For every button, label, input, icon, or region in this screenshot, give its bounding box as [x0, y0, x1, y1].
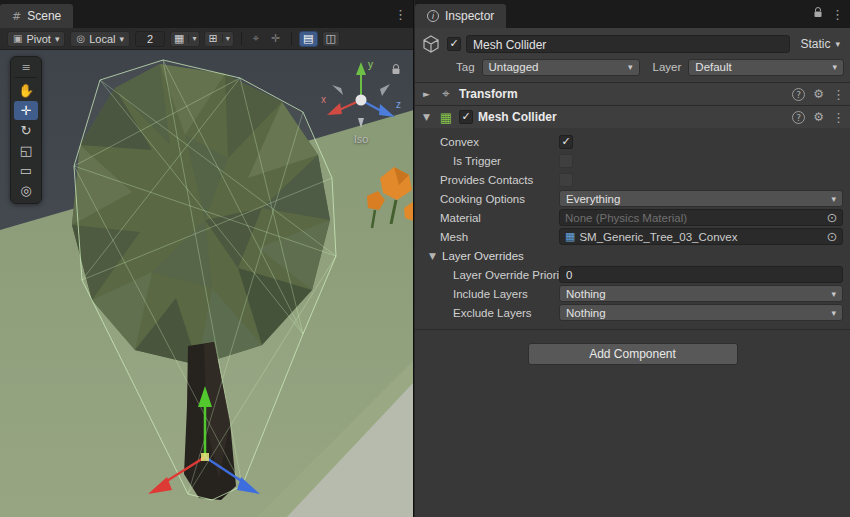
layer-overrides-text: Layer Overrides	[442, 250, 524, 262]
overlay-menu-button[interactable]: ≡	[14, 60, 38, 74]
exclude-layers-control: Nothing▾	[559, 304, 844, 321]
material-object-field[interactable]: None (Physics Material)⊙	[559, 209, 843, 226]
component-menu-icon[interactable]: ⋮	[832, 87, 845, 102]
view-tool-button[interactable]: ✋	[14, 81, 38, 100]
handle-orientation-button[interactable]: ◎ Local ▾	[70, 31, 130, 47]
orientation-overlay-button[interactable]: ▤	[299, 31, 317, 47]
tool-strip: ≡✋✛↻◱▭◎	[10, 56, 42, 204]
tab-scene[interactable]: # Scene	[0, 4, 73, 28]
projection-mode-label[interactable]: Iso	[317, 133, 405, 145]
mesh-icon: ▦	[565, 230, 575, 243]
property-row-is-trigger: Is Trigger	[415, 151, 850, 170]
provides-contacts-text: Provides Contacts	[440, 174, 533, 186]
mesh-control: ▦SM_Generic_Tree_03_Convex⊙	[559, 228, 844, 245]
increment-snap-button[interactable]: ⌖	[249, 31, 263, 47]
tag-value: Untagged	[489, 61, 539, 73]
increment-snap-icon: ⌖	[253, 32, 259, 45]
layer-value: Default	[695, 61, 731, 73]
exclude-layers-value: Nothing	[566, 307, 606, 319]
convex-checkbox[interactable]: ✓	[559, 135, 573, 149]
inspector-panel: i Inspector ⋮ ✓ Mesh Collider Static ▾	[415, 0, 850, 517]
provides-contacts-checkbox[interactable]	[559, 173, 573, 187]
help-icon[interactable]: ?	[792, 88, 805, 101]
static-dropdown[interactable]: Static ▾	[795, 37, 845, 51]
material-text: Material	[440, 212, 481, 224]
property-row-provides-contacts: Provides Contacts	[415, 170, 850, 189]
scene-viewport[interactable]: ≡✋✛↻◱▭◎ y x z Iso	[0, 50, 413, 517]
include-layers-dropdown[interactable]: Nothing▾	[559, 285, 843, 302]
gameobject-active-checkbox[interactable]: ✓	[447, 37, 461, 51]
vertex-snap-button[interactable]: ✛	[267, 31, 284, 47]
is-trigger-checkbox[interactable]	[559, 154, 573, 168]
foldout-arrow-icon[interactable]: ▼	[420, 112, 433, 122]
cooking-options-control: Everything▾	[559, 190, 844, 207]
grid-snap-icon: ⊞	[208, 32, 217, 45]
object-picker-icon[interactable]: ⊙	[825, 210, 839, 225]
layer-override-priority-text: Layer Override Priority	[453, 269, 559, 281]
scene-toolbar-buttons: ▦▾⊞▾⌖✛▤◫	[170, 31, 340, 47]
gizmo-lock-icon[interactable]	[391, 64, 401, 78]
component-title: Mesh Collider	[478, 110, 787, 124]
tag-label: Tag	[456, 61, 475, 73]
gameobject-name-field[interactable]: Mesh Collider	[466, 35, 790, 53]
inspector-lock-icon[interactable]	[813, 7, 823, 21]
scene-tab-bar: # Scene ⋮	[0, 0, 413, 28]
globe-icon: ◎	[76, 33, 85, 44]
rotate-tool-button[interactable]: ↻	[14, 121, 38, 140]
dropdown-arrow-icon[interactable]: ▾	[222, 34, 230, 43]
layer-override-priority-field[interactable]: 0	[559, 266, 843, 283]
tag-dropdown[interactable]: Untagged ▾	[482, 59, 640, 76]
camera-overlay-button[interactable]: ◫	[322, 31, 340, 47]
object-picker-icon[interactable]: ⊙	[825, 229, 839, 244]
component-menu-icon[interactable]: ⋮	[832, 110, 845, 125]
mesh-collider-component-header[interactable]: ▼ ▦ ✓ Mesh Collider ? ⚙ ⋮	[415, 105, 850, 128]
transform-tool-button[interactable]: ◎	[14, 181, 38, 200]
include-layers-control: Nothing▾	[559, 285, 844, 302]
pivot-toggle-button[interactable]: ▣ Pivot ▾	[7, 31, 65, 47]
foldout-arrow-icon[interactable]: ►	[420, 89, 433, 99]
scene-menu-icon[interactable]: ⋮	[394, 7, 407, 22]
layer-overrides-label[interactable]: ▼Layer Overrides	[415, 250, 559, 262]
layer-override-priority-label: Layer Override Priority	[415, 269, 559, 281]
include-layers-label: Include Layers	[415, 288, 559, 300]
axis-z-cone	[379, 104, 395, 117]
exclude-layers-dropdown[interactable]: Nothing▾	[559, 304, 843, 321]
dropdown-arrow-icon[interactable]: ▾	[188, 34, 196, 43]
cooking-options-dropdown[interactable]: Everything▾	[559, 190, 843, 207]
material-value: None (Physics Material)	[565, 212, 687, 224]
scale-tool-button[interactable]: ◱	[14, 141, 38, 160]
convex-label: Convex	[415, 136, 559, 148]
provides-contacts-control	[559, 173, 844, 187]
grid-size-field[interactable]: 2	[135, 31, 165, 47]
tab-label: Scene	[27, 9, 61, 23]
rect-tool-button[interactable]: ▭	[14, 161, 38, 180]
add-component-button[interactable]: Add Component	[528, 343, 738, 365]
inspector-menu-icon[interactable]: ⋮	[831, 7, 844, 22]
foldout-arrow-icon: ▼	[426, 251, 439, 261]
help-icon[interactable]: ?	[792, 111, 805, 124]
axis-z-label: z	[396, 99, 401, 110]
grid-snap-button[interactable]: ⊞▾	[204, 31, 233, 47]
mesh-text: Mesh	[440, 231, 468, 243]
presets-icon[interactable]: ⚙	[813, 87, 824, 101]
mesh-object-field[interactable]: ▦SM_Generic_Tree_03_Convex⊙	[559, 228, 843, 245]
dropdown-arrow-icon: ▾	[831, 289, 836, 299]
presets-icon[interactable]: ⚙	[813, 110, 824, 124]
grid-visibility-button[interactable]: ▦▾	[170, 31, 200, 47]
cooking-options-label: Cooking Options	[415, 193, 559, 205]
axis-y-label: y	[368, 59, 373, 70]
dropdown-arrow-icon: ▾	[831, 194, 836, 204]
transform-component-header[interactable]: ► ⌖ Transform ? ⚙ ⋮	[415, 82, 850, 105]
component-enabled-checkbox[interactable]: ✓	[459, 110, 473, 124]
scene-panel: # Scene ⋮ ▣ Pivot ▾ ◎ Local ▾ 2 ▦▾⊞▾⌖✛▤◫	[0, 0, 414, 517]
layer-dropdown[interactable]: Default ▾	[688, 59, 844, 76]
axis-x-label: x	[321, 94, 326, 105]
tab-inspector[interactable]: i Inspector	[415, 4, 506, 28]
move-tool-button[interactable]: ✛	[14, 101, 38, 120]
layer-label: Layer	[653, 61, 682, 73]
dropdown-arrow-icon: ▾	[835, 39, 840, 49]
dropdown-arrow-icon: ▾	[119, 34, 124, 44]
vertex-snap-icon: ✛	[271, 32, 280, 45]
mesh-collider-body: Convex✓Is TriggerProvides ContactsCookin…	[415, 128, 850, 330]
scene-toolbar: ▣ Pivot ▾ ◎ Local ▾ 2 ▦▾⊞▾⌖✛▤◫	[0, 28, 413, 50]
